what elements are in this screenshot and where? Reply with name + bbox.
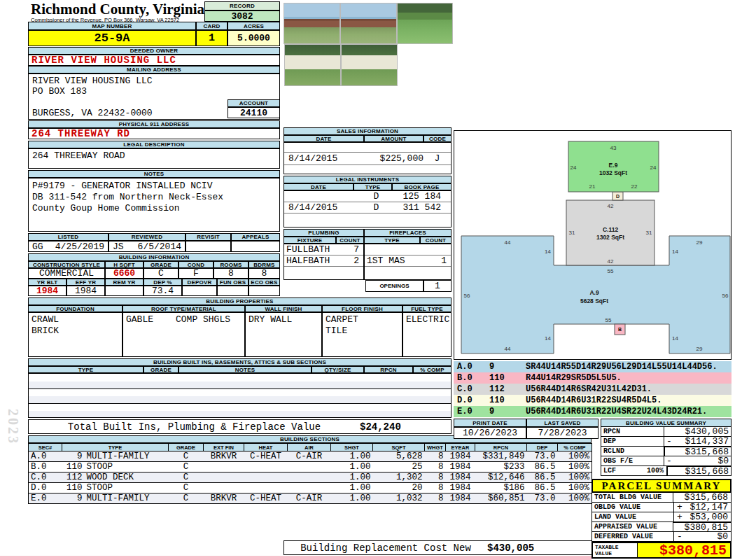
vsum-amount: $315,668 — [678, 466, 729, 477]
col-extfin: EXT FIN — [204, 444, 244, 451]
vsum-label: RCLND — [601, 447, 664, 456]
parcel-label: TOTAL BLDG VALUE — [592, 493, 673, 502]
sqft: 1,032 — [373, 493, 425, 504]
dep: 73.0 — [527, 493, 558, 504]
parcel-amount: $12,147 — [685, 502, 728, 512]
type: MULTI-FAMILY — [85, 451, 169, 462]
dim-a-top-right: 29 — [696, 239, 703, 246]
reviewed-header: REVIEWED — [108, 233, 186, 241]
vsum-row-rpcn: RPCN $430,005 — [601, 427, 732, 437]
revisit-header: REVISIT — [186, 233, 231, 241]
parcel-row-appraised: APPRAISED VALUE $380,815 — [592, 522, 732, 532]
account-value: 24110 — [227, 107, 280, 118]
map-number-header: MAP NUMBER — [28, 22, 196, 30]
vsum-label: DEP — [601, 437, 664, 446]
vector-path: U56R44D14R6U31R22U4SR22U24L43D24R21. — [526, 407, 732, 416]
code: 9 — [62, 493, 85, 504]
sec: E.0 — [29, 493, 62, 504]
code: 9 — [62, 451, 85, 462]
building-properties-header: BUILDING PROPERTIES — [28, 298, 451, 305]
fireplace-row: 1ST MAS 1 — [365, 255, 451, 267]
sale-code: J — [424, 153, 451, 164]
vector-sec: E.0 — [454, 407, 489, 416]
physical-address-header: PHYSICAL 911 ADDRESS — [28, 120, 280, 128]
builtins-grade-header: GRADE — [144, 366, 178, 373]
dep-pct-header: DEP % — [144, 279, 182, 286]
dim-e-top: 43 — [610, 145, 617, 151]
dim-c-right: 31 — [646, 230, 652, 236]
tax-year-watermark: 2023 — [0, 402, 21, 451]
plumbing-row: HALFBATH 2 — [284, 255, 363, 267]
builtins-total-label: Total Built Ins, Plumbing & Fireplace Va… — [29, 421, 360, 433]
acres-value: 5.0000 — [227, 30, 280, 46]
listed-by: GG — [32, 241, 43, 252]
builtins-header: BUILDING BUILT INS, BASEMENTS, ATTICS & … — [28, 358, 451, 366]
dep: 86.5 — [527, 472, 558, 483]
vector-sec: C.0 — [454, 384, 489, 394]
card-header: CARD — [196, 22, 227, 30]
vector-row-a: A.0 9 SR44U14R55D14R29U56L29D14L55U14L44… — [454, 361, 732, 372]
fireplace-type: 1ST MAS — [365, 255, 427, 266]
label-section-c: C.112 — [603, 226, 618, 233]
parcel-label: LAND VALUE — [592, 512, 674, 522]
bdrms-value: 8 — [248, 268, 280, 279]
foundation-value-1: CRAWL — [29, 313, 122, 326]
rpcn: $233 — [475, 462, 527, 472]
code: 110 — [62, 462, 85, 472]
grade-header: GRADE — [144, 261, 178, 268]
col-sec: SEC# — [29, 444, 62, 451]
acres-header: ACRES — [227, 22, 280, 30]
parcel-label: DEFERRED VALUE — [592, 532, 674, 541]
construction-style-value: COMMERCIAL — [28, 268, 105, 279]
legal-description-box: 264 THREEWAY ROAD — [28, 148, 280, 169]
effyr-header: EFF YR — [66, 279, 105, 286]
heat — [244, 462, 288, 472]
col-shgt: SHGT — [331, 444, 373, 451]
fireplace-row — [365, 244, 451, 255]
vector-sec: A.0 — [454, 362, 489, 372]
construction-style-header: CONSTRUCTION STYLE — [28, 261, 105, 268]
replacement-cost-row: Building Replacement Cost New $430,005 — [284, 540, 593, 555]
rpcn: $186 — [475, 483, 527, 493]
parcel-sign: + — [677, 512, 685, 522]
listed-date: 4/25/2019 — [55, 241, 104, 252]
notes-line-3: County Goup Home Commission — [29, 203, 279, 214]
dim-a-mid-top: 55 — [608, 268, 614, 274]
dim-c-bottom: 42 — [608, 258, 614, 265]
wall-finish-value: DRY WALL — [246, 313, 321, 326]
listed-value: GG 4/25/2019 — [28, 241, 108, 252]
instrument-type-header: TYPE — [354, 183, 392, 190]
vector-path: U56R44D14R6U31R22SU4R5D4L5. — [526, 396, 732, 405]
vector-path: U56R44D14R6SR42U31L42D31. — [526, 384, 732, 394]
col-dep: DEP — [527, 444, 558, 451]
dep: 73.0 — [527, 451, 558, 462]
fireplaces-table: 1ST MAS 1 — [364, 244, 451, 280]
print-date-value: 10/26/2023 — [454, 427, 526, 439]
last-saved-header: LAST SAVED — [526, 419, 598, 427]
reviewed-by: JS — [113, 241, 124, 252]
sales-info-header: SALES INFORMATION — [284, 127, 451, 135]
eyear: 1984 — [446, 493, 475, 504]
vector-row-d: D.0 110 U56R44D14R6U31R22SU4R5D4L5. — [454, 395, 732, 406]
dim-a-bottom-left: 44 — [505, 346, 511, 352]
vendor-watermark: MARSHALL — [0, 115, 21, 234]
air — [288, 472, 331, 483]
parcel-row-obldg: OBLDG VALUE +$12,147 — [592, 503, 732, 512]
col-comp: % COMP — [558, 444, 592, 451]
vector-qty: 110 — [489, 396, 526, 405]
dim-a-left: 56 — [464, 293, 470, 299]
fixture-count-header: COUNT — [336, 237, 364, 244]
label-section-a: A.9 — [589, 289, 599, 296]
ecoobs-header: ECO OBS — [248, 279, 280, 286]
instrument-date: 8/14/2015 — [284, 202, 357, 213]
vector-row-c: C.0 112 U56R44D14R6SR42U31L42D31. — [454, 384, 732, 395]
openings-value: 1 — [424, 280, 451, 292]
sqft: 5,628 — [373, 451, 425, 462]
sec: C.0 — [29, 472, 62, 483]
fuel-type-header: FUEL TYPE — [402, 305, 451, 312]
effyr-value: 1984 — [66, 286, 105, 296]
taxable-value-label: TAXABLE VALUE — [593, 543, 638, 557]
label-section-d: D — [616, 194, 620, 199]
sales-code-header: CODE — [424, 135, 451, 142]
floor-finish-box: CARPET TILE — [322, 312, 402, 357]
